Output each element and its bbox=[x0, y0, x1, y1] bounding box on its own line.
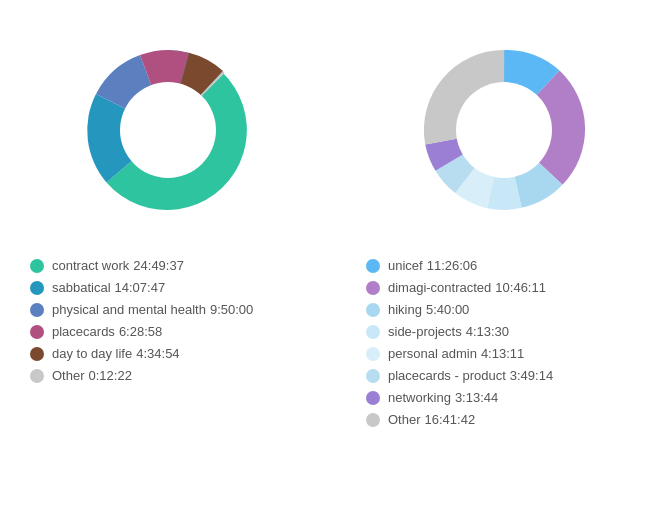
legend-value-daytoday: 4:34:54 bbox=[136, 346, 179, 361]
right-chart-section: unicef 11:26:06 dimagi-contracted 10:46:… bbox=[336, 10, 672, 502]
legend-item-unicef: unicef 11:26:06 bbox=[366, 258, 553, 273]
legend-value-unicef: 11:26:06 bbox=[427, 258, 478, 273]
legend-item-other-right: Other 16:41:42 bbox=[366, 412, 553, 427]
legend-dot-placecards-product bbox=[366, 369, 380, 383]
legend-value-placecards: 6:28:58 bbox=[119, 324, 162, 339]
legend-item-side-projects: side-projects 4:13:30 bbox=[366, 324, 553, 339]
legend-dot-placecards bbox=[30, 325, 44, 339]
legend-item-contract: contract work 24:49:37 bbox=[30, 258, 253, 273]
legend-item-placecards: placecards 6:28:58 bbox=[30, 324, 253, 339]
legend-dot-other-right bbox=[366, 413, 380, 427]
legend-label-side-projects: side-projects bbox=[388, 324, 462, 339]
legend-value-placecards-product: 3:49:14 bbox=[510, 368, 553, 383]
legend-value-networking: 3:13:44 bbox=[455, 390, 498, 405]
legend-label-sabbatical: sabbatical bbox=[52, 280, 111, 295]
legend-value-hiking: 5:40:00 bbox=[426, 302, 469, 317]
donut-hole-left bbox=[120, 82, 216, 178]
legend-item-placecards-product: placecards - product 3:49:14 bbox=[366, 368, 553, 383]
legend-item-hiking: hiking 5:40:00 bbox=[366, 302, 553, 317]
legend-label-other-left: Other bbox=[52, 368, 85, 383]
legend-label-personal-admin: personal admin bbox=[388, 346, 477, 361]
main-container: contract work 24:49:37 sabbatical 14:07:… bbox=[0, 0, 672, 512]
legend-item-personal-admin: personal admin 4:13:11 bbox=[366, 346, 553, 361]
legend-value-contract: 24:49:37 bbox=[133, 258, 184, 273]
legend-label-dimagi: dimagi-contracted bbox=[388, 280, 491, 295]
right-donut-svg bbox=[394, 20, 614, 240]
legend-label-unicef: unicef bbox=[388, 258, 423, 273]
left-donut-svg bbox=[58, 20, 278, 240]
left-chart-section: contract work 24:49:37 sabbatical 14:07:… bbox=[0, 10, 336, 502]
legend-label-physical: physical and mental health bbox=[52, 302, 206, 317]
legend-dot-daytoday bbox=[30, 347, 44, 361]
legend-dot-side-projects bbox=[366, 325, 380, 339]
legend-dot-other-left bbox=[30, 369, 44, 383]
legend-label-networking: networking bbox=[388, 390, 451, 405]
legend-value-other-left: 0:12:22 bbox=[89, 368, 132, 383]
legend-dot-sabbatical bbox=[30, 281, 44, 295]
legend-item-dimagi: dimagi-contracted 10:46:11 bbox=[366, 280, 553, 295]
legend-label-placecards-product: placecards - product bbox=[388, 368, 506, 383]
legend-dot-physical bbox=[30, 303, 44, 317]
legend-item-networking: networking 3:13:44 bbox=[366, 390, 553, 405]
donut-hole-right bbox=[456, 82, 552, 178]
right-donut-chart bbox=[394, 20, 614, 240]
legend-value-sabbatical: 14:07:47 bbox=[115, 280, 166, 295]
legend-value-dimagi: 10:46:11 bbox=[495, 280, 546, 295]
legend-dot-personal-admin bbox=[366, 347, 380, 361]
right-legend: unicef 11:26:06 dimagi-contracted 10:46:… bbox=[336, 258, 553, 434]
legend-item-other-left: Other 0:12:22 bbox=[30, 368, 253, 383]
legend-label-daytoday: day to day life bbox=[52, 346, 132, 361]
legend-item-daytoday: day to day life 4:34:54 bbox=[30, 346, 253, 361]
legend-label-placecards: placecards bbox=[52, 324, 115, 339]
left-donut-chart bbox=[58, 20, 278, 240]
legend-dot-dimagi bbox=[366, 281, 380, 295]
legend-value-side-projects: 4:13:30 bbox=[466, 324, 509, 339]
legend-label-contract: contract work bbox=[52, 258, 129, 273]
legend-value-personal-admin: 4:13:11 bbox=[481, 346, 524, 361]
legend-dot-contract bbox=[30, 259, 44, 273]
legend-value-other-right: 16:41:42 bbox=[425, 412, 476, 427]
left-legend: contract work 24:49:37 sabbatical 14:07:… bbox=[0, 258, 253, 390]
legend-item-sabbatical: sabbatical 14:07:47 bbox=[30, 280, 253, 295]
legend-dot-networking bbox=[366, 391, 380, 405]
legend-dot-hiking bbox=[366, 303, 380, 317]
legend-dot-unicef bbox=[366, 259, 380, 273]
legend-value-physical: 9:50:00 bbox=[210, 302, 253, 317]
legend-label-other-right: Other bbox=[388, 412, 421, 427]
legend-label-hiking: hiking bbox=[388, 302, 422, 317]
legend-item-physical: physical and mental health 9:50:00 bbox=[30, 302, 253, 317]
